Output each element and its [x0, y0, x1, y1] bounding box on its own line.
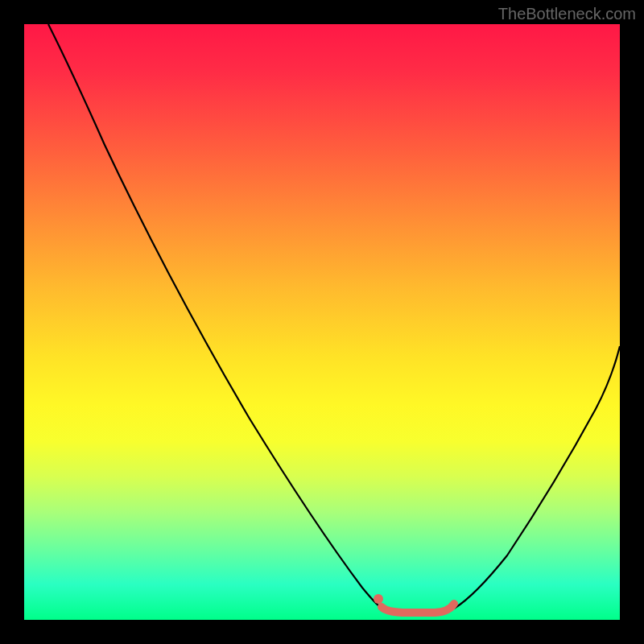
left-curve — [48, 24, 382, 609]
highlight-point — [374, 594, 383, 604]
right-curve — [454, 346, 620, 609]
highlight-segment — [382, 604, 454, 613]
plot-area — [24, 24, 620, 620]
watermark-text: TheBottleneck.com — [498, 5, 636, 23]
chart-svg — [24, 24, 620, 620]
